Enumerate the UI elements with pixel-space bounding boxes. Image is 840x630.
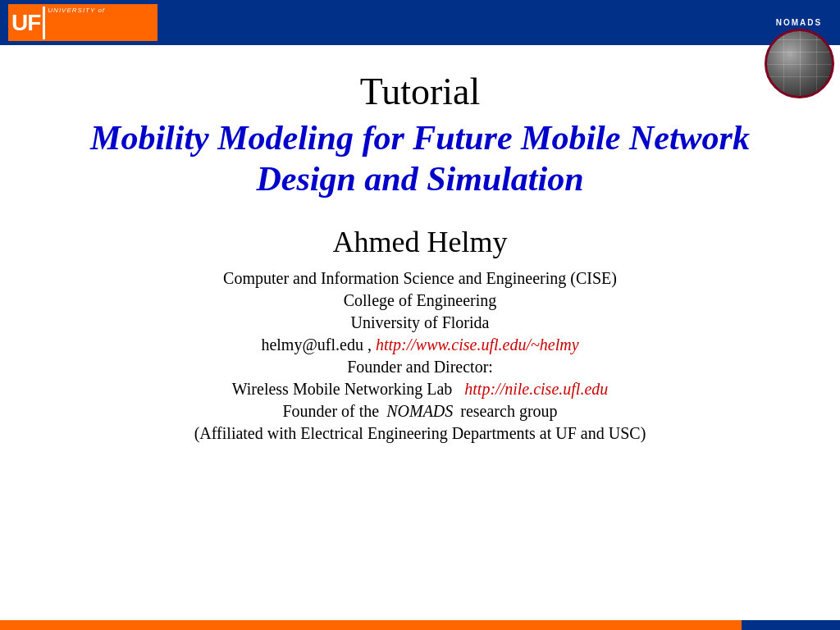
college-line: College of Engineering xyxy=(41,291,799,310)
main-title: Mobility Modeling for Future Mobile Netw… xyxy=(41,117,799,200)
personal-website-link[interactable]: http://www.cise.ufl.edu/~helmy xyxy=(376,336,579,354)
university-line: University of Florida xyxy=(41,313,799,332)
main-content: Tutorial Mobility Modeling for Future Mo… xyxy=(0,45,840,463)
author-name: Ahmed Helmy xyxy=(41,225,799,259)
top-header-bar: UF UNIVERSITY of FLORIDA xyxy=(0,0,840,45)
bottom-bar xyxy=(0,620,840,630)
florida-text: FLORIDA xyxy=(48,15,154,39)
tutorial-label: Tutorial xyxy=(41,70,799,113)
florida-text-block: UNIVERSITY of FLORIDA xyxy=(48,7,154,38)
research-group-suffix: research group xyxy=(460,402,557,420)
bottom-blue-bar xyxy=(742,620,840,630)
department-line: Computer and Information Science and Eng… xyxy=(41,269,799,288)
main-title-line2: Design and Simulation xyxy=(256,160,583,198)
nomads-badge-container: NOMADS xyxy=(762,0,836,82)
founder-prefix: Founder of the xyxy=(282,402,379,420)
uf-divider xyxy=(43,7,45,39)
nomads-italic-text: NOMADS xyxy=(386,402,453,420)
nomads-top-label: NOMADS xyxy=(776,18,822,27)
uf-logo-box: UF UNIVERSITY of FLORIDA xyxy=(8,4,158,41)
bottom-orange-bar xyxy=(0,620,742,630)
main-title-line1: Mobility Modeling for Future Mobile Netw… xyxy=(90,119,750,157)
nomads-founder-line: Founder of the NOMADS research group xyxy=(41,402,799,421)
founder-line: Founder and Director: xyxy=(41,358,799,377)
uf-logo: UF UNIVERSITY of FLORIDA xyxy=(8,4,158,41)
affiliated-line: (Affiliated with Electrical Engineering … xyxy=(41,424,799,443)
uf-letters: UF xyxy=(11,11,40,34)
email-text: helmy@ufl.edu , xyxy=(261,336,372,354)
lab-website-link[interactable]: http://nile.cise.ufl.edu xyxy=(464,380,608,398)
nomads-globe xyxy=(765,29,834,98)
lab-prefix: Wireless Mobile Networking Lab xyxy=(232,380,453,398)
email-line: helmy@ufl.edu , http://www.cise.ufl.edu/… xyxy=(41,336,799,354)
lab-line: Wireless Mobile Networking Lab http://ni… xyxy=(41,380,799,399)
